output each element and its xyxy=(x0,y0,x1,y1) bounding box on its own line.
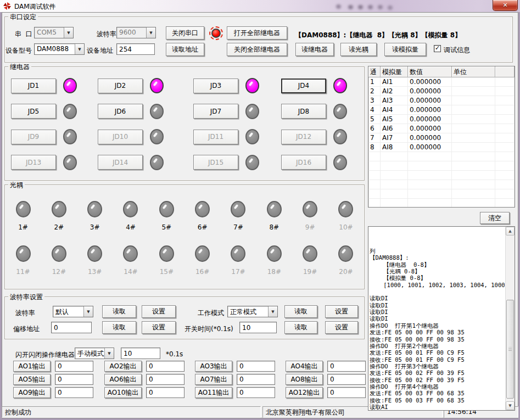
read-relay-button[interactable]: 读继电器 xyxy=(295,43,334,56)
ao-output-input[interactable] xyxy=(237,387,275,398)
log-text: 列【DAM0888】: 【继电器 0-8】 【光耦 0-8】 【模拟量 0-8】… xyxy=(370,227,505,410)
relay-button[interactable]: JD13 xyxy=(11,155,56,170)
relay-button[interactable]: JD15 xyxy=(193,155,238,170)
ao-output-input[interactable] xyxy=(55,374,93,385)
table-row[interactable]: 4 AI4 0.000000 xyxy=(368,105,515,115)
table-row[interactable] xyxy=(368,199,515,208)
cell-channel: 8 xyxy=(368,143,381,152)
relay-button[interactable]: JD14 xyxy=(98,155,143,170)
relay-button[interactable]: JD5 xyxy=(11,104,56,119)
table-row[interactable]: 8 AI8 0.000000 xyxy=(368,143,515,152)
device-model-select[interactable]: DAM0888 ▼ xyxy=(34,43,85,55)
open-all-relays-button[interactable]: 打开全部继电器 xyxy=(227,26,287,40)
ao-output-input[interactable] xyxy=(327,387,366,398)
ao-output-button[interactable]: AO8输出 xyxy=(286,374,323,385)
relay-button[interactable]: JD12 xyxy=(281,130,326,144)
table-row[interactable] xyxy=(368,161,515,171)
read-analog-button[interactable]: 读模拟量 xyxy=(384,43,426,56)
table-row[interactable]: 6 AI6 0.000000 xyxy=(368,124,515,133)
relay-button[interactable]: JD7 xyxy=(193,104,238,119)
close-all-relays-button[interactable]: 关闭全部继电器 xyxy=(227,43,287,56)
relay-cell: JD7 xyxy=(193,99,281,125)
ao-output-button[interactable]: AO7输出 xyxy=(195,374,232,385)
offset-read-button[interactable]: 读取 xyxy=(102,321,136,334)
table-header-cell[interactable]: 数值 xyxy=(408,66,452,77)
ao-output-button[interactable]: AO4输出 xyxy=(286,361,323,372)
ao-output-button[interactable]: AO9输出 xyxy=(13,387,51,398)
baud-read-button[interactable]: 读取 xyxy=(102,305,136,318)
work-mode-set-button[interactable]: 设置 xyxy=(325,305,358,318)
scroll-up-button[interactable]: ▲ xyxy=(506,227,515,236)
opto-item: 11# xyxy=(12,245,34,276)
ao-output-button[interactable]: AO10输出 xyxy=(104,387,142,398)
ao-output-input[interactable] xyxy=(55,387,93,398)
table-header-cell[interactable]: 单位 xyxy=(452,66,495,77)
clear-log-button[interactable]: 清空 xyxy=(480,212,510,224)
table-row[interactable]: 5 AI5 0.000000 xyxy=(368,115,515,124)
device-address-input[interactable] xyxy=(116,43,155,55)
work-mode-read-button[interactable]: 读取 xyxy=(284,305,317,318)
read-address-button[interactable]: 读取地址 xyxy=(166,43,204,56)
baud-setting-select[interactable]: 默认 ▼ xyxy=(53,306,93,317)
relay-button[interactable]: JD16 xyxy=(281,155,326,170)
flash-mode-select[interactable]: 手动模式 ▼ xyxy=(75,348,114,359)
ao-output-input[interactable] xyxy=(146,374,184,385)
ao-output-input[interactable] xyxy=(146,361,184,372)
ao-output-input[interactable] xyxy=(327,374,366,385)
baudrate-select[interactable]: 9600 ▼ xyxy=(116,27,156,38)
baud-set-button[interactable]: 设置 xyxy=(142,305,176,318)
ao-output-input[interactable] xyxy=(146,387,184,398)
table-row[interactable] xyxy=(368,171,515,180)
ao-output-button[interactable]: AO5输出 xyxy=(13,374,51,385)
relay-button[interactable]: JD11 xyxy=(193,130,238,144)
flash-time-input[interactable] xyxy=(121,348,160,359)
ao-output-button[interactable]: AO1输出 xyxy=(13,361,51,372)
ao-output-input[interactable] xyxy=(237,361,275,372)
ao-output-button[interactable]: AO3输出 xyxy=(195,361,232,372)
work-mode-select[interactable]: 正常模式 ▼ xyxy=(227,306,278,317)
switch-time-read-button[interactable]: 读取 xyxy=(284,321,317,334)
close-button[interactable]: ✕ xyxy=(493,0,518,11)
relay-button[interactable]: JD8 xyxy=(281,104,326,119)
table-row[interactable]: 2 AI2 0.000000 xyxy=(368,87,515,96)
switch-time-set-button[interactable]: 设置 xyxy=(325,321,358,334)
relay-button[interactable]: JD9 xyxy=(11,130,56,144)
cell-value: 0.000000 xyxy=(408,133,452,143)
opto-label: 14# xyxy=(124,268,137,276)
ao-output-button[interactable]: AO6输出 xyxy=(104,374,142,385)
ao-output-button[interactable]: AO11输出 xyxy=(195,387,232,398)
table-row[interactable]: 3 AI3 0.000000 xyxy=(368,96,515,105)
read-opto-button[interactable]: 读光耦 xyxy=(340,43,377,56)
table-row[interactable] xyxy=(368,180,515,189)
relay-button[interactable]: JD6 xyxy=(98,104,143,119)
relay-button[interactable]: JD3 xyxy=(193,79,238,93)
offset-address-input[interactable] xyxy=(51,322,92,333)
com-port-select[interactable]: COM5 ▼ xyxy=(34,27,74,38)
relay-button[interactable]: JD4 xyxy=(281,79,326,93)
close-port-button[interactable]: 关闭串口 xyxy=(166,26,204,40)
switch-time-input[interactable] xyxy=(239,322,277,333)
relay-button[interactable]: JD2 xyxy=(98,79,143,93)
table-header-cell[interactable]: 通 xyxy=(368,66,381,77)
log-scrollbar[interactable]: ▲ ▼ xyxy=(505,227,515,410)
ao-output-button[interactable]: AO12输出 xyxy=(286,387,323,398)
table-row[interactable] xyxy=(368,152,515,161)
ao-output-button[interactable]: AO2输出 xyxy=(104,361,142,372)
debug-info-checkbox[interactable]: ✓ xyxy=(434,45,441,52)
ao-output-input[interactable] xyxy=(327,361,366,372)
table-header-cell[interactable]: 模拟量 xyxy=(381,66,408,77)
log-output[interactable]: 列【DAM0888】: 【继电器 0-8】 【光耦 0-8】 【模拟量 0-8】… xyxy=(368,226,515,411)
cell-extra xyxy=(495,143,515,152)
cell-channel: 7 xyxy=(368,133,381,143)
ao-output-input[interactable] xyxy=(237,374,275,385)
offset-set-button[interactable]: 设置 xyxy=(142,321,176,334)
relay-button[interactable]: JD10 xyxy=(98,130,143,144)
relay-button[interactable]: JD1 xyxy=(11,79,56,93)
table-row[interactable]: 7 AI7 0.000000 xyxy=(368,133,515,143)
table-row[interactable]: 1 AI1 0.000000 xyxy=(368,77,515,87)
table-row[interactable] xyxy=(368,189,515,199)
ao-output-input[interactable] xyxy=(55,361,93,372)
table-header-cell[interactable] xyxy=(495,66,515,77)
scroll-down-button[interactable]: ▼ xyxy=(506,401,515,410)
scrollbar-thumb[interactable] xyxy=(506,300,514,399)
